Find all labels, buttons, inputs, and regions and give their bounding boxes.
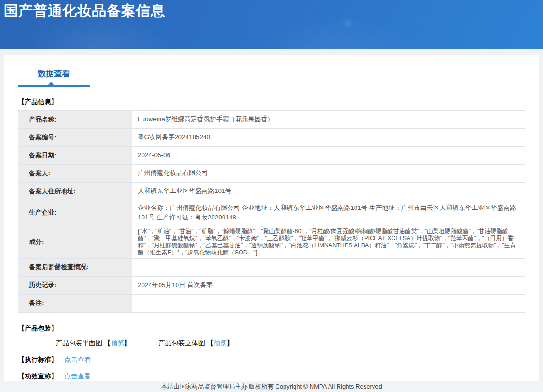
row-label: 产品名称:: [18, 111, 132, 129]
main-area: 数据查看 【产品信息】 产品名称:Luoweina罗维娜高定香氛护手霜（花乐果园…: [0, 49, 543, 381]
footer-copyright: 本站由国家药品监督管理局主办 版权所有 Copyright © NMPA All…: [161, 383, 382, 390]
row-value: ["水"，"矿油"，"甘油"，"矿脂"，"鲸蜡硬脂醇"，"聚山梨醇酯-60"，"…: [132, 226, 525, 258]
page-title: 国产普通化妆品备案信息: [0, 0, 543, 21]
row-label: 备案日期:: [18, 147, 132, 165]
table-row: 备注:: [18, 294, 525, 312]
content-card: 数据查看 【产品信息】 产品名称:Luoweina罗维娜高定香氛护手霜（花乐果园…: [4, 55, 539, 381]
section-product-info-title: 【产品信息】: [18, 98, 525, 106]
efficacy-row: 【功效宣称】 点击查看: [18, 372, 525, 381]
table-row: 生产企业:企业名称：广州倩蔻化妆品有限公司 企业地址：人和镇东华工业区华盛南路1…: [18, 200, 525, 226]
row-value: [132, 258, 525, 276]
row-label: 备注:: [18, 294, 132, 312]
table-row: 备案后监督检查情况:: [18, 258, 525, 276]
page-header: 国产普通化妆品备案信息: [0, 0, 543, 49]
tab-data-view-label: 数据查看: [38, 69, 70, 78]
row-value: 2024-05-06: [132, 147, 525, 165]
bracket-close: 】: [124, 339, 131, 347]
row-value: Luoweina罗维娜高定香氛护手霜（花乐果园香）: [132, 111, 525, 129]
section-packaging-title: 【产品包装】: [18, 324, 525, 333]
solid-diagram-preview-link[interactable]: 预览: [214, 339, 227, 347]
row-label: 备案后监督检查情况:: [18, 258, 132, 276]
row-value: 人和镇东华工业区华盛南路101号: [132, 183, 525, 200]
solid-diagram-label: 产品包装立体图: [159, 339, 207, 347]
solid-diagram-group: 产品包装立体图 【预览】: [159, 339, 233, 347]
table-row: 备案编号:粤G妆网备字2024185240: [18, 129, 525, 147]
tab-active-underline: [18, 85, 90, 87]
table-row: 产品名称:Luoweina罗维娜高定香氛护手霜（花乐果园香）: [18, 111, 525, 129]
bracket-open: 【: [207, 339, 214, 347]
tab-caret-icon: [48, 82, 54, 85]
tab-data-view[interactable]: 数据查看: [18, 68, 90, 86]
efficacy-view-link[interactable]: 点击查看: [64, 372, 91, 380]
standards-label: 【执行标准】: [18, 356, 58, 363]
table-row: 历史记录:2024年05月10日 首次备案: [18, 276, 525, 294]
row-value: 2024年05月10日 首次备案: [132, 276, 525, 294]
table-row: 备案人住所地址:人和镇东华工业区华盛南路101号: [18, 183, 525, 200]
table-row: 备案日期:2024-05-06: [18, 147, 525, 165]
row-label: 生产企业:: [18, 200, 132, 226]
packaging-row: 产品包装平面图 【预览】 产品包装立体图 【预览】: [18, 339, 525, 348]
product-info-table: 产品名称:Luoweina罗维娜高定香氛护手霜（花乐果园香）备案编号:粤G妆网备…: [18, 110, 525, 313]
table-row: 备案人:广州倩蔻化妆品有限公司: [18, 165, 525, 183]
row-label: 备案人住所地址:: [18, 183, 132, 200]
row-value: 粤G妆网备字2024185240: [132, 129, 525, 147]
flat-diagram-label: 产品包装平面图: [56, 339, 102, 347]
standards-view-link[interactable]: 点击查看: [64, 356, 91, 363]
table-row: 成分:["水"，"矿油"，"甘油"，"矿脂"，"鲸蜡硬脂醇"，"聚山梨醇酯-60…: [18, 226, 525, 258]
row-label: 成分:: [18, 226, 132, 258]
standards-row: 【执行标准】 点击查看: [18, 356, 525, 364]
flat-diagram-preview-link[interactable]: 预览: [111, 339, 124, 347]
row-value: 广州倩蔻化妆品有限公司: [132, 165, 525, 183]
bracket-open: 【: [104, 339, 111, 347]
row-value: [132, 294, 525, 312]
tab-bar: 数据查看: [18, 55, 525, 86]
efficacy-label: 【功效宣称】: [18, 372, 58, 380]
row-label: 历史记录:: [18, 276, 132, 294]
row-label: 备案编号:: [18, 129, 132, 147]
row-label: 备案人:: [18, 165, 132, 183]
page-footer: 本站由国家药品监督管理局主办 版权所有 Copyright © NMPA All…: [0, 381, 543, 392]
flat-diagram-group: 产品包装平面图 【预览】: [56, 339, 133, 347]
row-value: 企业名称：广州倩蔻化妆品有限公司 企业地址：人和镇东华工业区华盛南路101号 生…: [132, 200, 525, 226]
bracket-close: 】: [227, 339, 233, 347]
